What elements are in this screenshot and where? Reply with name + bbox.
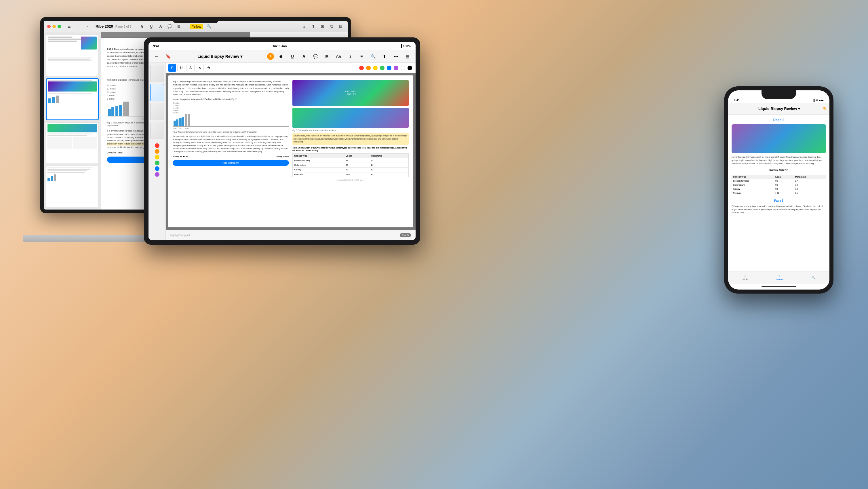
ipad-status-bar: 9:41 Tue 9 Jan ▐ 100%: [149, 42, 415, 50]
iphone-back-button[interactable]: ←: [732, 106, 736, 112]
ipad-comment-button[interactable]: 💬: [311, 52, 320, 61]
ipad-image-button[interactable]: ⊞: [322, 52, 332, 61]
ipad-thumb-3[interactable]: [150, 103, 164, 120]
ipad-search-button[interactable]: 🔍: [368, 52, 378, 61]
color-blue-swatch[interactable]: [155, 166, 159, 171]
anno-color-blue[interactable]: [387, 66, 392, 70]
traffic-lights: [47, 25, 61, 28]
iphone-pdf-icon: 📄: [743, 275, 747, 277]
ipad-info-button[interactable]: ℹ: [345, 52, 354, 61]
search-button[interactable]: 🔍: [206, 23, 212, 30]
sidebar-toggle-button[interactable]: ☰: [66, 23, 72, 30]
iphone-notes-label: Notes: [776, 278, 783, 281]
iphone-home-indicator: [728, 284, 830, 289]
iphone-table-local-header: Local: [774, 175, 794, 179]
page-thumbnail-1[interactable]: 1: [46, 34, 99, 76]
iphone-search-button[interactable]: 🔍: [812, 276, 815, 279]
iphone-notes-button[interactable]: ✏ Notes: [776, 275, 783, 281]
color-green-swatch[interactable]: [155, 161, 159, 165]
nav-forward-button[interactable]: ›: [84, 23, 91, 30]
iphone-toolbar: ← Liquid Biopsy Review ▾ ⊕: [728, 103, 830, 115]
ipad-text-size-button[interactable]: Aa: [334, 52, 343, 61]
thumb-1-preview: [46, 35, 98, 75]
minimize-button[interactable]: [52, 25, 56, 28]
view-button[interactable]: ⊞: [319, 23, 326, 30]
table-row: Kidney9312: [732, 187, 826, 191]
ipad-thumb-1[interactable]: [150, 65, 164, 82]
comment-button[interactable]: 💬: [166, 23, 173, 30]
page-thumbnail-3[interactable]: 3: [46, 122, 99, 164]
ipad: 9:41 Tue 9 Jan ▐ 100% ← 🔖 Liquid Biopsy …: [144, 37, 420, 245]
table-row: Prostate>9931: [293, 172, 409, 177]
close-button[interactable]: [47, 25, 51, 28]
iphone-search-icon: 🔍: [812, 276, 815, 279]
anno-color-red[interactable]: [359, 66, 364, 70]
color-purple-swatch[interactable]: [155, 172, 159, 177]
table-row: Breast (female)9927: [732, 179, 826, 183]
ipad-document-title: Liquid Biopsy Review ▾: [175, 54, 265, 59]
table-row: Breast (female)9927: [293, 158, 409, 163]
thumb-3-preview: [46, 123, 98, 163]
thumb-4-label: 4: [46, 207, 98, 208]
ipad-thumb-3-preview: [151, 103, 164, 120]
color-orange-swatch[interactable]: [155, 149, 159, 154]
anno-color-black[interactable]: [407, 66, 412, 70]
iphone-bookmark-button[interactable]: ⊕: [822, 106, 826, 112]
ipad-annotation-toolbar: S U A ✕ 🗑: [166, 63, 415, 73]
ipad-add-comment-button[interactable]: Add Comment: [173, 160, 289, 166]
table-row: Colorectum9014: [732, 183, 826, 187]
ipad-author: Jonas M. Ribe: [173, 155, 188, 158]
duplicate-button[interactable]: ⧉: [328, 23, 335, 30]
font-button[interactable]: A: [157, 23, 164, 30]
ipad-back-button[interactable]: ←: [152, 52, 161, 61]
strikethrough-button[interactable]: S̶: [139, 23, 146, 30]
ipad-bookmark-button[interactable]: 🔖: [163, 52, 173, 61]
iphone-page-label: Page 2: [732, 118, 826, 122]
color-yellow-swatch[interactable]: [155, 155, 159, 159]
ipad-list-button[interactable]: ≡: [357, 52, 366, 61]
ipad-highlight-button[interactable]: A: [267, 53, 274, 60]
iphone-content-area: Page 2 Nevertheless, they represent an i…: [728, 115, 830, 271]
ipad-sidebar-button[interactable]: ▤: [403, 52, 412, 61]
thumb-2-label: 2: [46, 119, 98, 120]
info-button[interactable]: ℹ: [301, 23, 307, 30]
page-thumbnails-sidebar: 1: [44, 32, 101, 210]
color-red-swatch[interactable]: [155, 143, 159, 148]
anno-close-button[interactable]: ✕: [196, 64, 204, 72]
ipad-thumb-2[interactable]: [150, 84, 164, 101]
iphone: 9:41 ▐ ≋ ●●● ← Liquid Biopsy Review ▾ ⊕ …: [724, 86, 834, 294]
maximize-button[interactable]: [58, 25, 61, 28]
image-button[interactable]: ⊞: [176, 23, 183, 30]
anno-underline-button[interactable]: U: [177, 64, 185, 72]
iphone-pdf-button[interactable]: 📄 PDF: [743, 275, 748, 281]
anno-color-green[interactable]: [380, 66, 384, 70]
nav-back-button[interactable]: ‹: [75, 23, 82, 30]
highlight-color-button[interactable]: Yellow: [190, 24, 203, 29]
ipad-strikethrough-button[interactable]: S: [276, 52, 285, 61]
ipad-table-header-cancer: Cancer type: [293, 153, 344, 158]
anno-color-white[interactable]: [401, 66, 405, 70]
anno-delete-button[interactable]: 🗑: [205, 64, 213, 72]
ipad-more-button[interactable]: •••: [392, 52, 401, 61]
ipad-thumb-4[interactable]: [150, 122, 164, 139]
ipad-thumb-1-preview: [151, 65, 164, 82]
ipad-underline-button[interactable]: U: [288, 52, 297, 61]
iphone-table-cancer-header: Cancer type: [732, 175, 774, 179]
anno-color-orange[interactable]: [366, 66, 371, 70]
ipad-font-button[interactable]: A: [299, 52, 309, 61]
page-thumbnail-4[interactable]: 4: [46, 166, 99, 208]
ipad-page-counter: 2 of 5: [400, 233, 411, 237]
separator2: [186, 24, 186, 29]
iphone-survival-table: Cancer type Local Metastatic Breast (fem…: [732, 175, 826, 195]
sidebar-right-button[interactable]: ▤: [337, 23, 344, 30]
underline-button[interactable]: U̲: [148, 23, 155, 30]
anno-color-purple[interactable]: [394, 66, 398, 70]
ipad-share-button[interactable]: ⬆: [380, 52, 389, 61]
anno-color-yellow[interactable]: [373, 66, 378, 70]
page-thumbnail-2[interactable]: 2: [46, 78, 99, 120]
anno-strikethrough-button[interactable]: S: [168, 64, 176, 72]
anno-font-button[interactable]: A: [186, 64, 194, 72]
thumb-2-preview: [46, 79, 98, 119]
ipad-thumb-2-preview: [151, 84, 164, 101]
share-button[interactable]: ⬆: [310, 23, 317, 30]
